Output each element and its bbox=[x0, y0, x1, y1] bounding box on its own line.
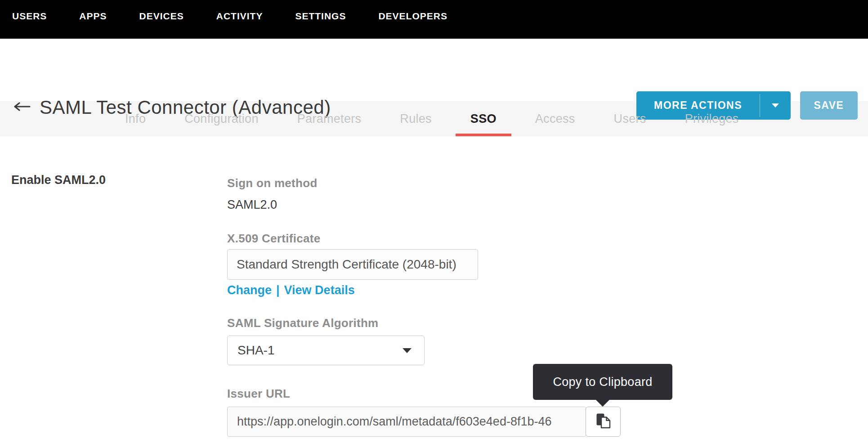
nav-item-activity[interactable]: ACTIVITY bbox=[216, 11, 263, 22]
nav-item-settings[interactable]: SETTINGS bbox=[295, 11, 346, 22]
signature-algorithm-label: SAML Signature Algorithm bbox=[227, 316, 677, 330]
signature-algorithm-value: SHA-1 bbox=[237, 343, 274, 358]
tab-parameters[interactable]: Parameters bbox=[297, 101, 362, 136]
certificate-links: Change | View Details bbox=[227, 283, 677, 297]
view-details-link[interactable]: View Details bbox=[284, 283, 355, 297]
change-link[interactable]: Change bbox=[227, 283, 272, 297]
tab-access[interactable]: Access bbox=[535, 101, 575, 136]
tab-users[interactable]: Users bbox=[614, 101, 646, 136]
tab-bar: Info Configuration Parameters Rules SSO … bbox=[0, 101, 868, 136]
header-buttons: MORE ACTIONS SAVE bbox=[636, 91, 858, 120]
certificate-box: Standard Strength Certificate (2048-bit) bbox=[227, 249, 478, 280]
link-separator: | bbox=[276, 283, 280, 297]
tab-rules[interactable]: Rules bbox=[400, 101, 432, 136]
copy-tooltip: Copy to Clipboard bbox=[533, 364, 672, 400]
nav-item-developers[interactable]: DEVELOPERS bbox=[378, 11, 447, 22]
tab-sso[interactable]: SSO bbox=[470, 101, 497, 136]
sign-on-method-value: SAML2.0 bbox=[227, 197, 677, 212]
save-button[interactable]: SAVE bbox=[800, 91, 858, 120]
chevron-down-icon bbox=[403, 348, 412, 353]
copy-icon bbox=[596, 413, 611, 430]
back-arrow-icon[interactable] bbox=[13, 101, 31, 114]
tab-info[interactable]: Info bbox=[125, 101, 146, 136]
nav-item-users[interactable]: USERS bbox=[12, 11, 47, 22]
sso-form: Enable SAML2.0 Sign on method SAML2.0 X.… bbox=[0, 136, 868, 448]
chevron-down-icon bbox=[772, 103, 779, 108]
sign-on-method-label: Sign on method bbox=[227, 176, 677, 190]
title-wrap: SAML Test Connector (Advanced) bbox=[13, 97, 331, 118]
page-header: SAML Test Connector (Advanced) MORE ACTI… bbox=[0, 39, 868, 101]
issuer-url-row: Copy to Clipboard bbox=[227, 407, 623, 437]
issuer-url-input[interactable] bbox=[227, 407, 586, 437]
form-fields-column: Sign on method SAML2.0 X.509 Certificate… bbox=[227, 176, 677, 437]
signature-algorithm-select[interactable]: SHA-1 bbox=[227, 336, 425, 365]
copy-tooltip-text: Copy to Clipboard bbox=[553, 375, 652, 389]
tab-privileges[interactable]: Privileges bbox=[685, 101, 739, 136]
tab-configuration[interactable]: Configuration bbox=[184, 101, 259, 136]
top-navbar: USERS APPS DEVICES ACTIVITY SETTINGS DEV… bbox=[0, 0, 868, 39]
certificate-label: X.509 Certificate bbox=[227, 232, 677, 246]
copy-to-clipboard-button[interactable] bbox=[586, 407, 621, 437]
certificate-value: Standard Strength Certificate (2048-bit) bbox=[237, 257, 456, 272]
nav-item-apps[interactable]: APPS bbox=[79, 11, 107, 22]
enable-saml-label: Enable SAML2.0 bbox=[11, 173, 106, 187]
nav-item-devices[interactable]: DEVICES bbox=[139, 11, 184, 22]
more-actions-dropdown-toggle[interactable] bbox=[760, 91, 791, 120]
